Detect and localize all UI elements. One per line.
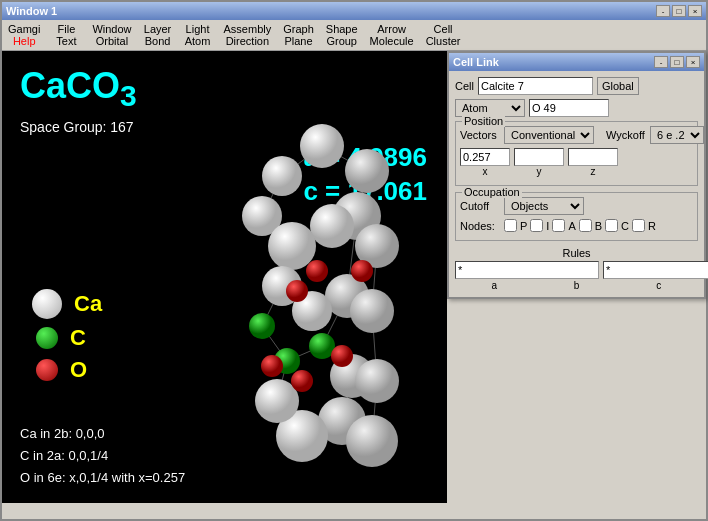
molecule-svg: [202, 116, 437, 496]
dialog-maximize-button[interactable]: □: [670, 56, 684, 68]
cutoff-row: Cutoff Objects: [460, 197, 693, 215]
checkbox-a[interactable]: [552, 219, 565, 232]
legend-item-c: C: [32, 325, 102, 351]
menu-light-top: Light: [186, 23, 210, 35]
menu-gamgi-bottom: Help: [13, 35, 36, 47]
rules-labels: a b c: [455, 280, 698, 291]
coord-z-input[interactable]: [568, 148, 618, 166]
menu-shape[interactable]: Shape Group: [320, 21, 364, 49]
legend-item-ca: Ca: [32, 289, 102, 319]
coord-x-label: x: [483, 166, 488, 177]
menu-layer[interactable]: Layer Bond: [138, 21, 178, 49]
global-button[interactable]: Global: [597, 77, 639, 95]
rule-c-label: c: [620, 280, 698, 291]
menu-shape-bottom: Group: [326, 35, 357, 47]
menubar: Gamgi Help File Text Window Orbital Laye…: [2, 20, 706, 51]
o-atom: [286, 280, 308, 302]
menu-layer-bottom: Bond: [145, 35, 171, 47]
menu-arrow-top: Arrow: [377, 23, 406, 35]
checkbox-a-label: A: [568, 220, 575, 232]
checkboxes-row: P I A B C R: [504, 219, 656, 232]
menu-gamgi-top: Gamgi: [8, 23, 40, 35]
molecule-3d-view: [202, 116, 437, 496]
atom-input[interactable]: [529, 99, 609, 117]
ca-atom: [300, 124, 344, 168]
rules-section-label: Rules: [455, 247, 698, 259]
titlebar-buttons: - □ ×: [656, 5, 702, 17]
rule-a-input[interactable]: [455, 261, 599, 279]
menu-graph-bottom: Plane: [284, 35, 312, 47]
menu-light[interactable]: Light Atom: [178, 21, 218, 49]
checkbox-i[interactable]: [530, 219, 543, 232]
occupation-section: Occupation Cutoff Objects Nodes: P: [455, 192, 698, 241]
legend-item-o: O: [32, 357, 102, 383]
checkbox-r[interactable]: [632, 219, 645, 232]
checkbox-c-label: C: [621, 220, 629, 232]
ca-label: Ca: [74, 291, 102, 317]
o-atom: [261, 355, 283, 377]
coord-x-input[interactable]: [460, 148, 510, 166]
dialog-titlebar: Cell Link - □ ×: [449, 53, 704, 71]
menu-cell[interactable]: Cell Cluster: [420, 21, 467, 49]
coord-y-label: y: [537, 166, 542, 177]
menu-assembly[interactable]: Assembly Direction: [218, 21, 278, 49]
checkbox-p-label: P: [520, 220, 527, 232]
o-atom: [306, 260, 328, 282]
right-panel: Cell Link - □ × Cell Global: [447, 51, 706, 519]
ca-atom: [350, 289, 394, 333]
o-ball: [36, 359, 58, 381]
checkbox-c[interactable]: [605, 219, 618, 232]
ca-atom: [268, 222, 316, 270]
menu-graph-top: Graph: [283, 23, 314, 35]
coord-y-input[interactable]: [514, 148, 564, 166]
minimize-button[interactable]: -: [656, 5, 670, 17]
vectors-wyckoff-row: Vectors Conventional Wyckoff 6 e .2: [460, 126, 693, 144]
menu-cell-bottom: Cluster: [426, 35, 461, 47]
checkbox-r-label: R: [648, 220, 656, 232]
o-atom: [331, 345, 353, 367]
cell-input[interactable]: [478, 77, 593, 95]
vectors-label: Vectors: [460, 129, 500, 141]
menu-file[interactable]: File Text: [46, 21, 86, 49]
cutoff-select[interactable]: Objects: [504, 197, 584, 215]
coord-z-label: z: [591, 166, 596, 177]
menu-layer-top: Layer: [144, 23, 172, 35]
menu-window-top: Window: [92, 23, 131, 35]
checkbox-i-label: I: [546, 220, 549, 232]
dialog-minimize-button[interactable]: -: [654, 56, 668, 68]
checkbox-p[interactable]: [504, 219, 517, 232]
menu-graph[interactable]: Graph Plane: [277, 21, 320, 49]
ca-atom: [346, 415, 398, 467]
ca-ball: [32, 289, 62, 319]
rule-b-input[interactable]: [603, 261, 708, 279]
menu-arrow[interactable]: Arrow Molecule: [364, 21, 420, 49]
dialog-titlebar-buttons: - □ ×: [654, 56, 700, 68]
menu-light-bottom: Atom: [185, 35, 211, 47]
cell-label: Cell: [455, 80, 474, 92]
c-atom: [249, 313, 275, 339]
vectors-select[interactable]: Conventional: [504, 126, 594, 144]
dialog-close-button[interactable]: ×: [686, 56, 700, 68]
wyckoff-select[interactable]: 6 e .2: [650, 126, 704, 144]
molecule-view: CaCO3 Space Group: 167 a = 4.9896 c = 17…: [2, 51, 447, 503]
ca-atom: [355, 359, 399, 403]
cell-row: Cell Global: [455, 77, 698, 95]
main-window: Window 1 - □ × Gamgi Help File Text Wind…: [0, 0, 708, 521]
c-position: C in 2a: 0,0,1/4: [20, 445, 185, 467]
ca-position: Ca in 2b: 0,0,0: [20, 423, 185, 445]
maximize-button[interactable]: □: [672, 5, 686, 17]
checkbox-b[interactable]: [579, 219, 592, 232]
rules-row: [455, 261, 698, 279]
ca-atom: [262, 156, 302, 196]
coord-x-box: x: [460, 148, 510, 177]
close-button[interactable]: ×: [688, 5, 702, 17]
nodes-label: Nodes:: [460, 220, 500, 232]
position-section-title: Position: [462, 115, 505, 127]
coord-y-box: y: [514, 148, 564, 177]
menu-gamgi[interactable]: Gamgi Help: [2, 21, 46, 49]
menu-window[interactable]: Window Orbital: [86, 21, 137, 49]
chemical-formula: CaCO3: [20, 65, 137, 113]
titlebar: Window 1 - □ ×: [2, 2, 706, 20]
menu-assembly-bottom: Direction: [226, 35, 269, 47]
wyckoff-label: Wyckoff: [606, 129, 646, 141]
